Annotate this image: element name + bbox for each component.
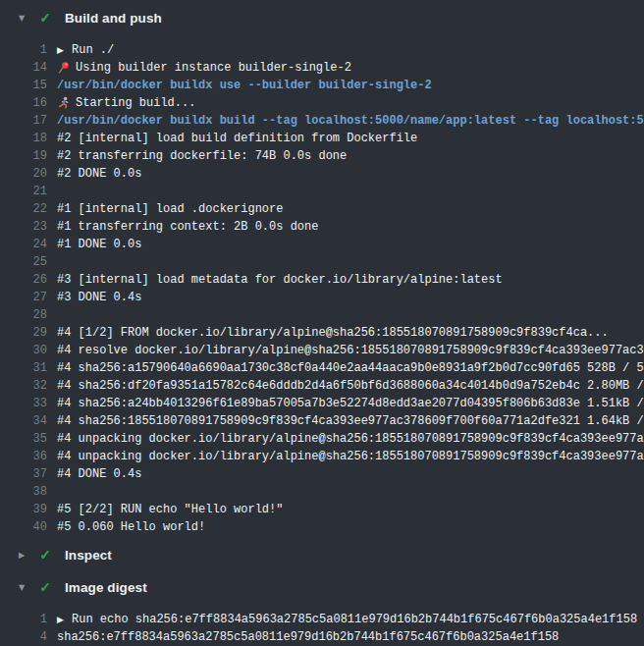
log-text: Using builder instance builder-single-2 [76,59,351,77]
log-line: 30 #4 resolve docker.io/library/alpine@s… [0,342,644,359]
log-text: #1 transferring context: 2B 0.0s done [57,218,318,236]
log-line: 39 #5 [2/2] RUN echo "Hello world!" [0,501,644,518]
workflow-log: ▼ ✓ Build and push 1 ▶ Run ./ 14 Using b… [0,0,644,646]
log-line: 4 sha256:e7ff8834a5963a2785c5a0811e979d1… [0,628,644,646]
log-text: #4 unpacking docker.io/library/alpine@sh… [57,448,644,465]
line-number[interactable]: 21 [0,183,47,200]
log-line: 31 #4 sha256:a15790640a6690aa1730c38cf0a… [0,359,644,377]
line-number[interactable]: 33 [0,395,47,412]
line-number[interactable]: 30 [0,342,47,359]
log-line: 29 #4 [1/2] FROM docker.io/library/alpin… [0,324,644,342]
line-number[interactable]: 4 [0,628,47,646]
line-number[interactable]: 28 [0,306,47,324]
section-title: Build and push [65,11,162,26]
log-line: 26 #3 [internal] load metadata for docke… [0,271,644,289]
log-line: 32 #4 sha256:df20fa9351a15782c64e6dddb2d… [0,377,644,395]
chevron-right-icon[interactable]: ▶ [16,551,27,560]
section-title: Image digest [65,580,147,595]
line-number[interactable]: 1 [0,41,47,59]
log-text: #4 sha256:a15790640a6690aa1730c38cf0a440… [57,359,644,377]
log-text: Run echo sha256:e7ff8834a5963a2785c5a081… [72,611,637,628]
log-text: /usr/bin/docker buildx use --builder bui… [57,77,432,94]
log-group-header[interactable]: ▼ ✓ Image digest [0,573,644,601]
line-number[interactable]: 31 [0,359,47,377]
line-number[interactable]: 15 [0,77,47,94]
line-number[interactable]: 29 [0,324,47,342]
log-text: #2 transferring dockerfile: 74B 0.0s don… [57,147,347,165]
log-text: #3 [internal] load metadata for docker.i… [57,271,503,289]
log-group-header[interactable]: ▼ ✓ Build and push [0,4,644,31]
log-line: 35 #4 unpacking docker.io/library/alpine… [0,430,644,448]
log-text: #3 DONE 0.4s [57,289,141,306]
line-number[interactable]: 18 [0,130,47,147]
line-number[interactable]: 37 [0,465,47,483]
log-line: 20 #2 DONE 0.0s [0,165,644,183]
line-number[interactable]: 14 [0,59,47,77]
line-number[interactable]: 40 [0,518,47,536]
line-number[interactable]: 35 [0,430,47,448]
line-number[interactable]: 20 [0,165,47,183]
log-text: #4 sha256:185518070891758909c9f839cf4ca3… [57,412,644,430]
log-text: sha256:e7ff8834a5963a2785c5a0811e979d16b… [57,628,559,646]
log-line: 18 #2 [internal] load build definition f… [0,130,644,147]
log-text: #5 [2/2] RUN echo "Hello world!" [57,501,283,518]
run-command-toggle-icon[interactable]: ▶ [57,41,67,59]
section-title: Inspect [65,548,112,563]
line-number[interactable]: 26 [0,271,47,289]
log-text: #2 DONE 0.0s [57,165,141,183]
log-text: Run ./ [72,41,114,59]
success-check-icon: ✓ [37,579,53,595]
success-check-icon: ✓ [37,547,53,563]
log-line: 19 #2 transferring dockerfile: 74B 0.0s … [0,147,644,165]
line-number[interactable]: 24 [0,236,47,253]
log-group-inspect: ▶ ✓ Inspect [0,541,644,568]
line-number[interactable]: 39 [0,501,47,518]
log-line: 23 #1 transferring context: 2B 0.0s done [0,218,644,236]
log-line: 15 /usr/bin/docker buildx use --builder … [0,77,644,94]
log-group-image-digest: ▼ ✓ Image digest 1 ▶ Run echo sha256:e7f… [0,573,644,646]
log-text: #4 resolve docker.io/library/alpine@sha2… [57,342,644,359]
log-text: #4 [1/2] FROM docker.io/library/alpine@s… [57,324,609,342]
log-line: 17 /usr/bin/docker buildx build --tag lo… [0,112,644,130]
line-number[interactable]: 36 [0,448,47,465]
line-number[interactable]: 38 [0,483,47,501]
log-text: #4 sha256:a24bb4013296f61e89ba57005a7b3e… [57,395,644,412]
log-line: 21 [0,183,644,200]
line-number[interactable]: 17 [0,112,47,130]
line-number[interactable]: 1 [0,611,47,628]
line-number[interactable]: 34 [0,412,47,430]
chevron-down-icon[interactable]: ▼ [16,14,27,23]
log-group-header[interactable]: ▶ ✓ Inspect [0,541,644,568]
line-number[interactable]: 19 [0,147,47,165]
log-text: #1 [internal] load .dockerignore [57,200,283,218]
log-line: 22 #1 [internal] load .dockerignore [0,200,644,218]
log-lines: 1 ▶ Run echo sha256:e7ff8834a5963a2785c5… [0,601,644,646]
log-group-build-and-push: ▼ ✓ Build and push 1 ▶ Run ./ 14 Using b… [0,4,644,536]
runner-icon [57,96,70,110]
line-number[interactable]: 32 [0,377,47,395]
log-text: /usr/bin/docker buildx build --tag local… [57,112,644,130]
chevron-down-icon[interactable]: ▼ [16,583,27,592]
line-number[interactable]: 22 [0,200,47,218]
log-text: #4 DONE 0.4s [57,465,141,483]
line-number[interactable]: 27 [0,289,47,306]
log-line: 36 #4 unpacking docker.io/library/alpine… [0,448,644,465]
log-text: #2 [internal] load build definition from… [57,130,417,147]
line-number[interactable]: 16 [0,94,47,112]
log-line: 14 Using builder instance builder-single… [0,59,644,77]
log-line: 38 [0,483,644,501]
log-line: 34 #4 sha256:185518070891758909c9f839cf4… [0,412,644,430]
success-check-icon: ✓ [37,10,53,26]
run-command-toggle-icon[interactable]: ▶ [57,611,67,628]
log-line: 27 #3 DONE 0.4s [0,289,644,306]
log-line: 1 ▶ Run echo sha256:e7ff8834a5963a2785c5… [0,611,644,628]
log-text: #4 unpacking docker.io/library/alpine@sh… [57,430,644,448]
pushpin-icon [57,61,70,75]
log-text: #4 sha256:df20fa9351a15782c64e6dddb2d4a6… [57,377,644,395]
line-number[interactable]: 25 [0,253,47,271]
log-line: 16 Starting build... [0,94,644,112]
log-line: 33 #4 sha256:a24bb4013296f61e89ba57005a7… [0,395,644,412]
line-number[interactable]: 23 [0,218,47,236]
log-line: 40 #5 0.060 Hello world! [0,518,644,536]
log-lines: 1 ▶ Run ./ 14 Using builder instance bui… [0,31,644,536]
